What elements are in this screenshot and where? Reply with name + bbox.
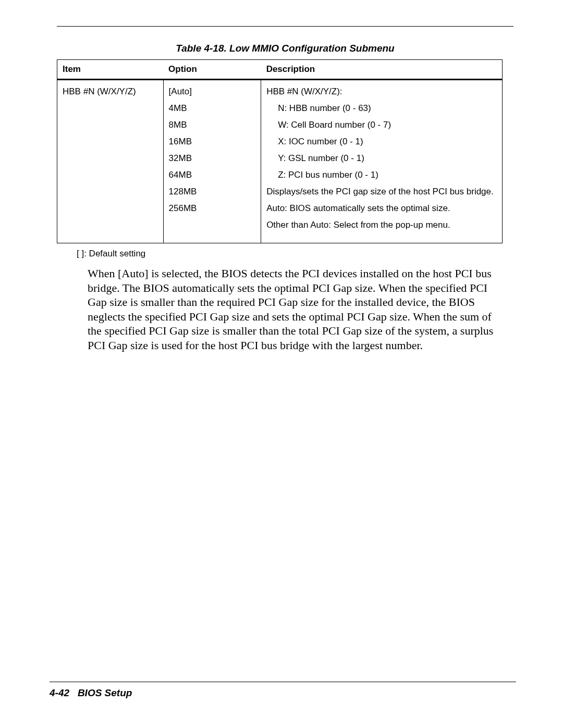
option-value: [Auto] (169, 87, 256, 97)
page-number: 4-42 (50, 687, 69, 698)
option-value: 128MB (169, 187, 256, 197)
desc-line: Z: PCI bus number (0 - 1) (266, 170, 497, 180)
desc-line: W: Cell Board number (0 - 7) (266, 120, 497, 130)
option-value: 32MB (169, 153, 256, 164)
section-title: BIOS Setup (78, 687, 132, 698)
option-value: 8MB (169, 120, 256, 130)
th-description: Description (261, 60, 503, 80)
desc-line: N: HBB number (0 - 63) (266, 103, 497, 114)
page-footer: 4-42 BIOS Setup (50, 682, 516, 699)
desc-line: X: IOC number (0 - 1) (266, 137, 497, 147)
desc-line: Y: GSL number (0 - 1) (266, 153, 497, 164)
th-option: Option (163, 60, 261, 80)
table-title: Table 4-18. Low MMIO Configuration Subme… (57, 43, 513, 54)
desc-line: Auto: BIOS automatically sets the optima… (266, 203, 497, 214)
body-paragraph: When [Auto] is selected, the BIOS detect… (88, 266, 508, 352)
th-item: Item (57, 60, 164, 80)
desc-line: HBB #N (W/X/Y/Z): (266, 87, 497, 97)
cell-description: HBB #N (W/X/Y/Z): N: HBB number (0 - 63)… (261, 80, 503, 243)
option-value: 16MB (169, 137, 256, 147)
desc-line: Other than Auto: Select from the pop-up … (266, 220, 497, 230)
default-legend: [ ]: Default setting (77, 249, 513, 259)
desc-line: Displays/sets the PCI gap size of the ho… (266, 187, 497, 197)
option-value: 4MB (169, 103, 256, 114)
option-value: 64MB (169, 170, 256, 180)
option-value: 256MB (169, 203, 256, 214)
config-table: Item Option Description HBB #N (W/X/Y/Z)… (57, 59, 503, 243)
cell-item: HBB #N (W/X/Y/Z) (57, 80, 164, 243)
cell-option: [Auto] 4MB 8MB 16MB 32MB 64MB 128MB 256M… (163, 80, 261, 243)
